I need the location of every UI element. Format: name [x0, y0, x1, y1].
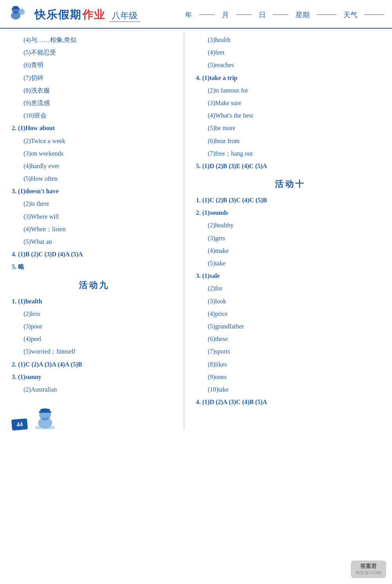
right-s4-2: (2)is famous for — [208, 85, 384, 96]
footer-area: 44 — [12, 406, 176, 430]
left-column: (4)与……相像,类似 (5)不能忍受 (6)查明 (7)切碎 (8)洗衣服 (… — [0, 33, 184, 430]
weather-line — [365, 15, 384, 15]
left-section4: 4. (1)B (2)C (3)D (4)A (5)A — [12, 249, 176, 259]
left-s2-2: (2)Twice a week — [24, 136, 176, 146]
logo — [8, 4, 31, 25]
a10-s3-header: 3. (1)sale — [196, 270, 384, 281]
activity10-title: 活动十 — [196, 178, 384, 190]
a10-s2-header: 2. (1)sounds — [196, 207, 384, 218]
field-year: 年 — [185, 10, 192, 20]
left-item-10: (10)班会 — [24, 110, 176, 121]
right-item-3: (3)health — [208, 34, 384, 45]
svg-point-2 — [18, 9, 25, 15]
left-item-5: (5)不能忍受 — [24, 47, 176, 58]
left-section5: 5. 略 — [12, 261, 176, 272]
right-s4-5: (5)be more — [208, 123, 384, 133]
a10-s3-2: (2)for — [208, 283, 384, 294]
a10-s3-10: (10)take — [208, 384, 384, 395]
a10-s2-3: (3)gets — [208, 233, 384, 243]
month-line — [236, 15, 252, 15]
left-s2-3: (3)on weekends — [24, 148, 176, 159]
field-weekday: 星期 — [296, 10, 310, 20]
activity9-title: 活动九 — [12, 279, 176, 291]
right-s4-7: (7)free；hang out — [208, 148, 384, 159]
right-s4-3: (3)Make sure — [208, 98, 384, 108]
left-s3-5: (5)What an — [24, 236, 176, 247]
a10-s4: 4. (1)D (2)A (3)C (4)B (5)A — [196, 397, 384, 407]
right-s4-6: (6)hear from — [208, 136, 384, 146]
field-day: 日 — [259, 10, 266, 20]
right-s5: 5. (1)D (2)B (3)E (4)C (5)A — [196, 161, 384, 171]
left-s3-3: (3)Where will — [24, 211, 176, 222]
svg-rect-8 — [40, 409, 50, 412]
a10-s3-3: (3)look — [208, 296, 384, 307]
right-s4-header: 4. (1)take a trip — [196, 73, 384, 83]
a10-s2-4: (4)make — [208, 245, 384, 256]
a10-s2-5: (5)take — [208, 258, 384, 268]
a10-s3-8: (8)likes — [208, 359, 384, 370]
watermark: 答案君 MXQE.COM — [351, 560, 386, 578]
a9-s1-5: (5)worried；himself — [24, 346, 176, 357]
a9-s1-3: (3)poor — [24, 321, 176, 332]
right-s4-4: (4)What's the best — [208, 110, 384, 121]
header-grade: 八年级 — [109, 10, 140, 22]
page-number: 44 — [11, 418, 28, 430]
header-fields: 年 月 日 星期 天气 — [185, 10, 384, 20]
a10-s3-5: (5)grandfather — [208, 321, 384, 332]
left-section2-header: 2. (1)How about — [12, 123, 176, 133]
svg-rect-7 — [35, 426, 55, 429]
left-s3-4: (4)When；listen — [24, 224, 176, 234]
a10-s3-7: (7)sports — [208, 346, 384, 357]
a9-s3-header: 3. (1)sunny — [12, 372, 176, 382]
a10-s3-6: (6)these — [208, 334, 384, 344]
right-item-5: (5)reaches — [208, 60, 384, 70]
right-item-4: (4)feet — [208, 47, 384, 58]
left-section3-header: 3. (1)doesn't have — [12, 186, 176, 196]
a10-s1: 1. (1)C (2)B (3)C (4)C (5)B — [196, 195, 384, 205]
year-line — [199, 15, 215, 15]
a9-s1-header: 1. (1)health — [12, 296, 176, 307]
header: 快乐假期 作业 八年级 年 月 日 星期 天气 — [0, 0, 392, 29]
left-s2-4: (4)hardly ever — [24, 161, 176, 171]
a10-s2-2: (2)healthy — [208, 220, 384, 230]
left-s3-2: (2)is there — [24, 198, 176, 209]
weekday-line — [317, 15, 336, 15]
a10-s3-4: (4)price — [208, 308, 384, 319]
a10-s3-9: (9)ones — [208, 372, 384, 382]
header-title: 快乐假期 作业 八年级 — [34, 7, 140, 22]
a9-s3-2: (2)Australian — [24, 384, 176, 395]
a9-s2: 2. (1)C (2)A (3)A (4)A (5)B — [12, 359, 176, 370]
field-weather: 天气 — [343, 10, 358, 20]
main-content: (4)与……相像,类似 (5)不能忍受 (6)查明 (7)切碎 (8)洗衣服 (… — [0, 29, 392, 434]
left-s2-5: (5)How often — [24, 173, 176, 184]
a9-s1-4: (4)peel — [24, 334, 176, 344]
title-chinese: 快乐假期 — [34, 7, 82, 22]
a9-s1-2: (2)less — [24, 308, 176, 319]
svg-rect-9 — [39, 411, 51, 413]
right-column: (3)health (4)feet (5)reaches 4. (1)take … — [184, 33, 392, 430]
left-item-4: (4)与……相像,类似 — [24, 34, 176, 45]
title-work: 作业 — [82, 7, 105, 22]
field-month: 月 — [222, 10, 229, 20]
left-item-9: (9)患流感 — [24, 98, 176, 108]
day-line — [273, 15, 289, 15]
svg-rect-4 — [12, 8, 20, 9]
left-item-8: (8)洗衣服 — [24, 85, 176, 96]
mascot-decoration — [29, 406, 61, 430]
left-item-7: (7)切碎 — [24, 73, 176, 83]
left-item-6: (6)查明 — [24, 60, 176, 70]
